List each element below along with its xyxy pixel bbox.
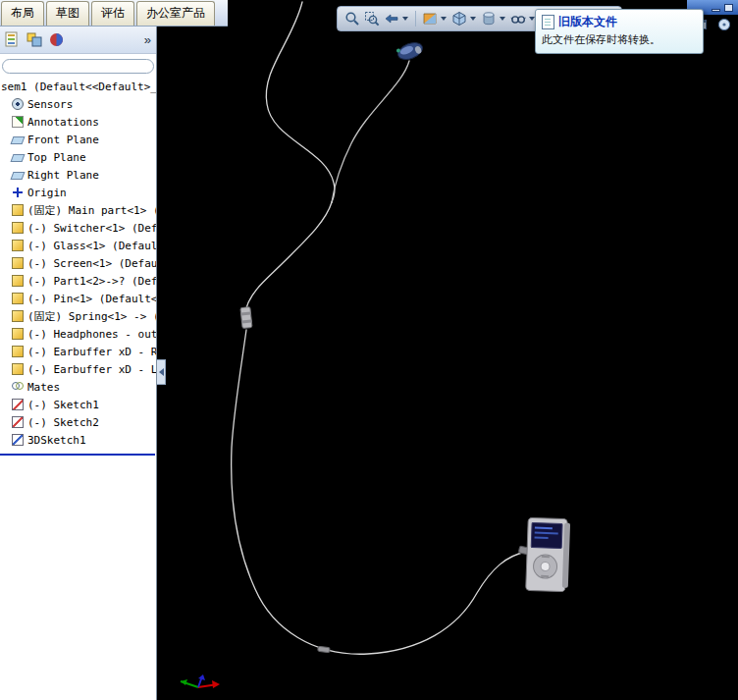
wire-left (266, 2, 335, 202)
tree-item-switcher[interactable]: (-) Switcher<1> (Default< (0, 219, 156, 237)
wire-lower (232, 330, 526, 654)
featuremanager-panel: » sem1 (Default<<Default>_Ap Sensors Ann… (0, 26, 157, 700)
tree-item-sensors[interactable]: Sensors (0, 95, 156, 113)
plane-icon (11, 136, 26, 144)
assembly-model[interactable] (157, 0, 738, 700)
mp3-player[interactable] (526, 517, 571, 591)
plane-icon (11, 172, 26, 180)
tab-layout[interactable]: 布局 (1, 1, 44, 26)
tree-item-glass[interactable]: (-) Glass<1> (Default<<De (0, 237, 156, 254)
wire-right (332, 61, 409, 202)
tab-evaluate[interactable]: 评估 (91, 1, 134, 26)
appearance-manager-icon[interactable] (48, 31, 65, 48)
tree-item-annotations[interactable]: Annotations (0, 113, 156, 131)
part-icon (12, 222, 24, 234)
hide-show-items-icon[interactable] (509, 10, 527, 27)
tree-item-spring[interactable]: (固定) Spring<1> -> (Defau (0, 307, 156, 325)
origin-icon (12, 187, 24, 198)
help-icon[interactable] (716, 17, 732, 32)
feature-filter-input[interactable] (2, 59, 154, 74)
part-icon (12, 328, 24, 340)
part-icon (12, 363, 24, 375)
earphone-wires[interactable] (232, 2, 526, 654)
rollback-bar[interactable] (0, 454, 155, 456)
display-style-icon[interactable] (480, 10, 498, 27)
sensors-icon (12, 98, 24, 110)
old-version-tooltip: 旧版本文件 此文件在保存时将转换。 (535, 9, 704, 54)
tooltip-title: 旧版本文件 (558, 14, 617, 30)
view-orientation-caret-icon[interactable] (470, 17, 476, 21)
tree-item-headphones-output[interactable]: (-) Headphones - output p (0, 325, 156, 343)
part-icon (12, 240, 24, 251)
view-orientation-icon[interactable] (450, 10, 468, 27)
part-icon (12, 204, 24, 216)
wire-merged (246, 202, 332, 308)
tab-sketch[interactable]: 草图 (46, 1, 89, 26)
part-icon (12, 257, 24, 269)
tab-office-products[interactable]: 办公室产品 (136, 1, 215, 26)
old-file-icon (542, 15, 554, 29)
tooltip-title-row: 旧版本文件 (542, 14, 697, 30)
zoom-area-icon[interactable] (363, 10, 381, 27)
tree-item-front-plane[interactable]: Front Plane (0, 131, 156, 148)
tree-item-mates[interactable]: Mates (0, 378, 156, 396)
sketch-icon (12, 416, 24, 428)
part-icon (12, 346, 24, 357)
panel-collapse-handle[interactable] (157, 359, 166, 385)
tree-item-screen[interactable]: (-) Screen<1> (Default<<D (0, 254, 156, 272)
sketch-icon (12, 399, 24, 410)
tree-item-sketch2[interactable]: (-) Sketch2 (0, 413, 156, 431)
sketch3d-icon (12, 434, 24, 446)
part-icon (12, 310, 24, 322)
featuremanager-tree-icon[interactable] (5, 31, 22, 48)
previous-view-icon[interactable] (383, 10, 400, 27)
orientation-triad (181, 674, 220, 688)
wire-slider-connector[interactable] (240, 307, 252, 329)
commandmanager-tabs: 布局 草图 评估 办公室产品 (0, 0, 228, 27)
maximize-button[interactable] (724, 4, 733, 12)
tree-item-3dsketch1[interactable]: 3DSketch1 (0, 431, 156, 449)
solidworks-window: 布局 草图 评估 办公室产品 (0, 0, 738, 700)
tree-item-pin[interactable]: (-) Pin<1> (Default<<Defa (0, 290, 156, 307)
zoom-fit-icon[interactable] (343, 10, 361, 27)
tree-item-right-plane[interactable]: Right Plane (0, 166, 156, 184)
graphics-viewport[interactable]: 旧版本文件 此文件在保存时将转换。 (157, 0, 738, 700)
toolbar-separator (415, 11, 416, 27)
tree-item-assembly[interactable]: sem1 (Default<<Default>_Ap (0, 78, 156, 95)
section-view-icon[interactable] (421, 10, 439, 27)
tree-item-origin[interactable]: Origin (0, 184, 156, 201)
featuremanager-tab-bar: » (0, 26, 156, 54)
tree-item-sketch1[interactable]: (-) Sketch1 (0, 396, 156, 413)
tree-item-earbuffer-r[interactable]: (-) Earbuffer xD - R<1> ( (0, 343, 156, 360)
part-icon (12, 293, 24, 304)
tree-item-earbuffer-l[interactable]: (-) Earbuffer xD - L<1> ( (0, 360, 156, 378)
section-view-caret-icon[interactable] (441, 17, 447, 21)
annotations-icon (12, 116, 24, 128)
previous-view-caret-icon[interactable] (402, 17, 408, 21)
part-icon (12, 275, 24, 287)
feature-tree: sem1 (Default<<Default>_Ap Sensors Annot… (0, 78, 156, 456)
minimize-button[interactable] (712, 9, 720, 12)
panel-overflow-chevron[interactable]: » (144, 33, 151, 46)
cable-joint[interactable] (318, 646, 331, 653)
tooltip-body: 此文件在保存时将转换。 (542, 33, 697, 47)
configuration-manager-icon[interactable] (26, 31, 43, 48)
tree-item-main-part[interactable]: (固定) Main part<1> (Defau (0, 201, 156, 219)
earbud[interactable] (395, 39, 425, 63)
plane-icon (11, 154, 26, 162)
display-style-caret-icon[interactable] (500, 17, 505, 21)
tree-item-top-plane[interactable]: Top Plane (0, 148, 156, 166)
mates-icon (12, 381, 24, 393)
tree-item-part1[interactable]: (-) Part1<2>->? (Default< (0, 272, 156, 290)
